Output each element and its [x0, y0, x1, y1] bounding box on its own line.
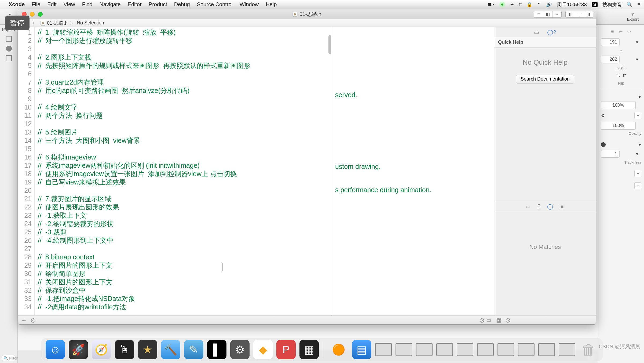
dock-app2-icon[interactable]: ▦ — [299, 340, 319, 359]
inspector-tabs[interactable]: ▭ ◯? — [494, 27, 596, 37]
filter-field[interactable]: 🔍Filter — [2, 355, 16, 361]
file-template-icon[interactable]: ▭ — [526, 203, 531, 210]
menu-edit[interactable]: Edit — [47, 1, 56, 8]
clock[interactable]: 周日10:58:33 — [557, 1, 587, 8]
xcode-window: h01-思路.h ≡◧↔ ◧▭◨ 〈 〉 h01-思路.h 〉 No Selec… — [18, 9, 596, 325]
menu-app[interactable]: Xcode — [9, 1, 25, 8]
menu-view[interactable]: View — [64, 1, 75, 8]
pct-2[interactable]: 100% — [601, 122, 636, 130]
panel-toggle-seg[interactable]: ◧▭◨ — [565, 11, 593, 18]
no-quick-help-label: No Quick Help — [497, 58, 593, 67]
screen-record-icon[interactable]: ⏺▸ — [487, 2, 495, 7]
dock-min-10[interactable] — [559, 343, 575, 356]
pct-1[interactable]: 100% — [601, 101, 636, 109]
dock-launchpad-icon[interactable]: 🚀 — [69, 340, 88, 359]
add-2-button[interactable]: ＋ — [634, 170, 641, 177]
dock-p-icon[interactable]: P — [276, 340, 296, 359]
menu-help[interactable]: Help — [266, 1, 277, 8]
dock-preferences-icon[interactable]: ⚙ — [230, 340, 250, 359]
menu-source-control[interactable]: Source Control — [197, 1, 233, 8]
notification-icon[interactable]: ≡ — [637, 2, 640, 7]
menu-find[interactable]: Find — [82, 1, 93, 8]
dock-app1-icon[interactable]: ✎ — [184, 340, 203, 359]
flip-v-icon[interactable]: ⇵ — [622, 73, 626, 78]
object-library-icon[interactable]: ◯ — [547, 203, 553, 210]
dock-min-8[interactable] — [518, 343, 535, 356]
dock-sketch-icon[interactable]: ◆ — [253, 340, 273, 359]
menu-product[interactable]: Product — [149, 1, 167, 8]
ime-badge-icon[interactable]: S — [592, 2, 598, 7]
filter-lib-icon[interactable]: ◎ — [506, 317, 510, 323]
dock-xcode-icon[interactable]: 🔨 — [161, 340, 180, 359]
dock-finder-icon[interactable]: ☺ — [46, 340, 65, 359]
nav-forward-button[interactable]: 〉 — [30, 20, 38, 26]
dock-terminal-icon[interactable]: ▌ — [207, 340, 226, 359]
wifi-icon[interactable]: ⌃ — [537, 2, 541, 8]
dock-imovie-icon[interactable]: ★ — [138, 340, 157, 359]
dock-safari-icon[interactable]: 🧭 — [92, 340, 111, 359]
gear-icon[interactable]: ⚙ — [601, 113, 605, 118]
zoom-button[interactable] — [38, 12, 43, 17]
bottom-seg[interactable]: ◎▭ — [480, 317, 491, 323]
code-editor[interactable]: 1234567891011121314151617181920212223242… — [18, 27, 332, 315]
height-field[interactable]: 282 — [601, 56, 620, 63]
shape-circle-icon[interactable] — [6, 46, 12, 52]
editor-mode-seg[interactable]: ≡◧↔ — [534, 11, 562, 18]
library-tabs[interactable]: ▭ {} ◯ ▣ — [494, 202, 596, 211]
add-button[interactable]: ＋ — [634, 112, 641, 119]
media-library-icon[interactable]: ▣ — [559, 203, 565, 210]
shape-square2-icon[interactable] — [6, 55, 12, 61]
bluetooth-icon[interactable]: ⌗ — [519, 2, 522, 7]
code-area[interactable]: // 1. 旋转缩放平移 矩阵操作(旋转 缩放 平移)// 对一个图形进行缩放旋… — [35, 27, 332, 315]
menu-file[interactable]: File — [32, 1, 40, 8]
file-h-icon-2: h — [41, 21, 45, 26]
arrange-front-icon[interactable]: ⤻ — [627, 29, 631, 35]
dock-min-1[interactable] — [375, 343, 392, 356]
shape-square-icon[interactable] — [6, 36, 12, 42]
file-inspector-icon[interactable]: ▭ — [534, 29, 539, 35]
ime-label[interactable]: 搜狗拼音 — [602, 1, 622, 8]
dock-min-7[interactable] — [497, 343, 514, 356]
lock-icon[interactable]: 🔒 — [526, 2, 532, 8]
menu-editor[interactable]: Editor — [128, 1, 142, 8]
menu-debug[interactable]: Debug — [174, 1, 190, 8]
dock-keynote-icon[interactable]: ▤ — [352, 340, 371, 359]
add-target-button[interactable]: ＋ — [21, 316, 27, 324]
dock-min-2[interactable] — [396, 343, 412, 356]
y-field[interactable]: 191 — [601, 38, 620, 46]
plus-icon[interactable]: ✦ — [510, 2, 514, 8]
jump-selection[interactable]: No Selection — [77, 20, 104, 26]
add-3-button[interactable]: ＋ — [634, 182, 641, 189]
align-icon[interactable]: ≡ — [611, 29, 614, 35]
code-snippet-icon[interactable]: {} — [537, 204, 541, 210]
dock-min-3[interactable] — [416, 343, 433, 356]
left-panel-icon: ◧ — [566, 11, 575, 17]
spotlight-icon[interactable]: 🔍 — [627, 2, 632, 8]
export-icon[interactable]: ⇪ — [631, 12, 635, 17]
menu-navigate[interactable]: Navigate — [100, 1, 121, 8]
grid-view-icon[interactable]: ▦ — [497, 317, 502, 323]
dock-trash-icon[interactable]: 🗑 — [579, 340, 598, 359]
jump-bar[interactable]: 〈 〉 h01-思路.h 〉 No Selection — [18, 19, 596, 27]
menu-window[interactable]: Window — [240, 1, 259, 8]
filter-icon[interactable]: ◎ — [31, 317, 35, 323]
quickhelp-inspector-icon[interactable]: ◯? — [547, 29, 556, 35]
thickness-field[interactable]: 1 — [601, 150, 620, 158]
arrange-back-icon[interactable]: ⤺ — [619, 29, 622, 35]
dock-player-icon[interactable]: 🟠 — [329, 340, 348, 359]
assist-line-2: ustom drawing. — [335, 163, 491, 170]
minimize-button[interactable] — [30, 12, 35, 17]
dock-mouse-icon[interactable]: 🖱 — [115, 340, 134, 359]
flip-h-icon[interactable]: ⇋ — [616, 73, 620, 78]
status-icon[interactable]: ● — [499, 2, 505, 8]
assistant-editor[interactable]: served. ustom drawing. s performance dur… — [332, 27, 494, 315]
dock-min-4[interactable] — [436, 343, 453, 356]
jump-file[interactable]: 01-思路.h — [47, 20, 68, 26]
scrollbar-thumb[interactable] — [328, 35, 331, 54]
assistant-editor-icon: ◧ — [543, 11, 552, 17]
dock-min-5[interactable] — [457, 343, 473, 356]
dock-min-6[interactable] — [477, 343, 494, 356]
volume-icon[interactable]: 🔊 — [546, 2, 552, 8]
dock-min-9[interactable] — [538, 343, 555, 356]
search-documentation-button[interactable]: Search Documentation — [516, 75, 574, 84]
